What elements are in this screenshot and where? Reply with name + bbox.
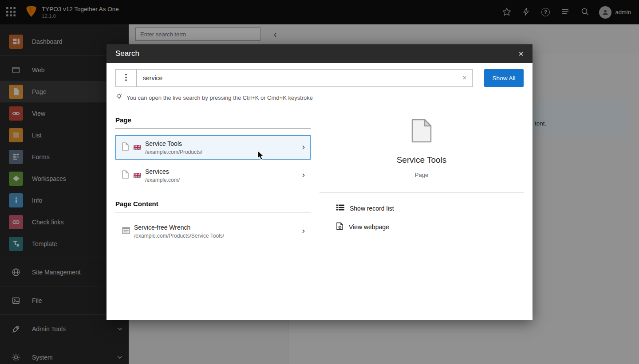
modal-body: × Show All You can open the live search … [106, 63, 532, 243]
result-path: /example.com/ [145, 176, 180, 184]
view-webpage-action[interactable]: View webpage [336, 222, 524, 231]
close-icon[interactable]: × [518, 49, 524, 58]
lightbulb-icon [115, 93, 123, 102]
search-options-button[interactable] [115, 69, 137, 87]
hint-text: You can open the live search by pressing… [126, 94, 313, 101]
results-column: Page Service Tools /example.com/Products… [115, 115, 311, 243]
result-path: /example.com/Products/ [145, 149, 202, 156]
result-path: /example.com/Products/Service Tools/ [134, 232, 224, 239]
page-doc-icon [122, 170, 129, 180]
record-list-icon [336, 204, 344, 212]
chevron-right-icon: › [302, 170, 305, 180]
uk-flag-icon [134, 173, 141, 178]
keyboard-hint: You can open the live search by pressing… [115, 93, 524, 102]
detail-actions: Show record list View webpage [320, 204, 524, 231]
uk-flag-icon [134, 145, 141, 150]
clear-search-icon[interactable]: × [459, 73, 470, 83]
action-label: Show record list [350, 205, 394, 212]
result-title: Services [145, 168, 180, 176]
detail-title: Service Tools [320, 155, 524, 165]
detail-type: Page [320, 172, 524, 178]
search-result-services[interactable]: Services /example.com/ › [115, 163, 311, 188]
view-webpage-icon [336, 222, 343, 231]
modal-header: Search × [106, 44, 532, 63]
page-doc-icon [122, 142, 129, 153]
result-title: Service Tools [145, 140, 202, 148]
vertical-ellipsis-icon [125, 74, 127, 82]
search-result-service-free-wrench[interactable]: Service-free Wrench /example.com/Product… [115, 219, 311, 243]
modal-search-row: × Show All [115, 69, 524, 87]
modal-search-field-wrap: × [136, 69, 473, 87]
action-label: View webpage [349, 223, 389, 231]
big-page-icon [320, 119, 524, 145]
result-text: Service-free Wrench /example.com/Product… [134, 223, 224, 239]
search-modal: Search × × Show All You can open the liv… [106, 44, 532, 320]
content-element-icon [122, 227, 130, 236]
divider [320, 192, 524, 193]
chevron-right-icon: › [302, 142, 305, 152]
result-text: Services /example.com/ [145, 168, 180, 184]
result-title: Service-free Wrench [134, 223, 224, 231]
show-all-button[interactable]: Show All [484, 69, 524, 87]
search-results: Page Service Tools /example.com/Products… [115, 108, 524, 243]
modal-title: Search [115, 49, 139, 58]
result-detail-panel: Service Tools Page Show record list View… [320, 115, 524, 243]
result-text: Service Tools /example.com/Products/ [145, 140, 202, 156]
show-record-list-action[interactable]: Show record list [336, 204, 524, 212]
group-heading-page-content: Page Content [115, 199, 311, 212]
search-result-service-tools[interactable]: Service Tools /example.com/Products/ › [115, 135, 311, 160]
group-heading-page: Page [115, 115, 311, 129]
modal-search-input[interactable] [136, 69, 473, 87]
chevron-right-icon: › [302, 226, 305, 235]
